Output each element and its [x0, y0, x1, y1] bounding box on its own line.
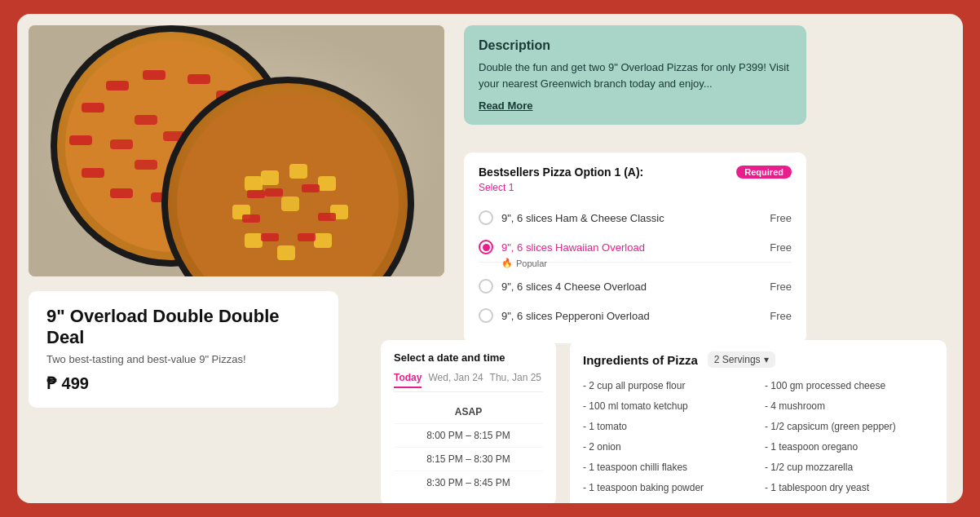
product-subtitle: Two best-tasting and best-value 9" Pizza…	[46, 353, 320, 365]
ingredient-10: 4 mushroom	[765, 398, 934, 414]
radio-label-4: 9", 6 slices Pepperoni Overload	[501, 310, 650, 322]
svg-rect-13	[110, 188, 133, 198]
svg-rect-5	[106, 81, 129, 91]
ingredient-6: 1 teaspoon baking powder	[583, 479, 752, 496]
ingredient-14: 1 tablespoon dry yeast	[765, 479, 934, 496]
svg-rect-35	[302, 184, 320, 192]
ingredients-grid: 2 cup all purpose flour 100 gm processed…	[583, 378, 934, 503]
svg-rect-40	[247, 190, 265, 198]
svg-rect-37	[298, 233, 316, 241]
option-price-4: Free	[770, 310, 792, 322]
tab-today[interactable]: Today	[394, 372, 422, 388]
ingredients-title: Ingredients of Pizza	[583, 353, 698, 367]
radio-label-1: 9", 6 slices Ham & Cheese Classic	[501, 212, 664, 224]
chevron-down-icon: ▾	[764, 354, 769, 365]
svg-rect-19	[135, 160, 157, 170]
option-wrapper-2: 9", 6 slices Hawaiian Overload Free 🔥 Po…	[479, 232, 792, 272]
svg-rect-33	[281, 197, 299, 211]
required-badge: Required	[736, 166, 792, 179]
radio-left-1: 9", 6 slices Ham & Cheese Classic	[479, 210, 664, 225]
datetime-card: Select a date and time Today Wed, Jan 24…	[381, 340, 556, 503]
ingredient-5: 1 teaspoon chilli flakes	[583, 459, 752, 475]
svg-rect-29	[277, 245, 295, 260]
svg-rect-25	[289, 164, 307, 179]
ingredient-7: 1 teaspoon sugar	[583, 500, 752, 503]
svg-rect-7	[188, 74, 210, 84]
svg-rect-39	[242, 214, 260, 223]
description-title: Description	[479, 38, 792, 53]
option-wrapper-3: 9", 6 slices 4 Cheese Overload Free	[479, 272, 792, 301]
description-text: Double the fun and get two 9" Overload P…	[479, 60, 792, 91]
tab-thu[interactable]: Thu, Jan 25	[490, 372, 541, 388]
option-wrapper-1: 9", 6 slices Ham & Cheese Classic Free	[479, 203, 792, 232]
ingredient-3: 1 tomato	[583, 418, 752, 435]
pizza-illustration	[29, 25, 444, 276]
product-title: 9" Overload Double Double Deal	[46, 306, 320, 348]
radio-option-3[interactable]: 9", 6 slices 4 Cheese Overload Free	[479, 272, 792, 301]
radio-label-2: 9", 6 slices Hawaiian Overload	[501, 241, 645, 254]
radio-circle-2[interactable]	[479, 240, 493, 254]
bestsellers-card: Bestsellers Pizza Option 1 (A): Required…	[464, 152, 806, 343]
svg-rect-34	[265, 188, 283, 197]
option-wrapper-4: 9", 6 slices Pepperoni Overload Free	[479, 301, 792, 330]
product-price: ₱ 499	[46, 373, 320, 393]
select-label: Select 1	[479, 182, 792, 193]
option-price-2: Free	[770, 241, 792, 254]
product-info-card: 9" Overload Double Double Deal Two best-…	[29, 291, 338, 408]
radio-left-4: 9", 6 slices Pepperoni Overload	[479, 308, 650, 323]
time-slot-3[interactable]: 8:30 PM – 8:45 PM	[394, 471, 543, 494]
ingredients-card: Ingredients of Pizza 2 Servings ▾ 2 cup …	[570, 340, 947, 503]
datetime-title: Select a date and time	[394, 351, 543, 364]
svg-rect-36	[318, 213, 336, 221]
svg-rect-26	[318, 176, 336, 191]
radio-left-2: 9", 6 slices Hawaiian Overload	[479, 240, 645, 254]
main-container: 9" Overload Double Double Deal Two best-…	[17, 14, 963, 503]
svg-rect-20	[110, 139, 133, 149]
pizza-image	[29, 25, 444, 276]
svg-rect-32	[245, 176, 263, 191]
svg-rect-38	[261, 233, 279, 241]
ingredient-13: 1/2 cup mozzarella	[765, 459, 934, 475]
svg-rect-15	[69, 135, 92, 145]
popular-tag-2: 🔥 Popular	[501, 258, 792, 268]
svg-rect-6	[143, 70, 166, 80]
bestsellers-header: Bestsellers Pizza Option 1 (A): Required	[479, 166, 792, 179]
radio-option-1[interactable]: 9", 6 slices Ham & Cheese Classic Free	[479, 203, 792, 232]
radio-circle-1[interactable]	[479, 210, 493, 225]
ingredient-4: 2 onion	[583, 439, 752, 455]
ingredient-9: 100 gm processed cheese	[765, 378, 934, 394]
svg-rect-30	[245, 233, 263, 248]
ingredients-header: Ingredients of Pizza 2 Servings ▾	[583, 351, 934, 368]
radio-option-4[interactable]: 9", 6 slices Pepperoni Overload Free	[479, 301, 792, 330]
time-slot-asap[interactable]: ASAP	[394, 400, 543, 424]
radio-circle-4[interactable]	[479, 308, 493, 323]
read-more-link[interactable]: Read More	[479, 99, 792, 112]
radio-left-3: 9", 6 slices 4 Cheese Overload	[479, 279, 647, 294]
svg-rect-17	[135, 115, 157, 125]
bestsellers-title: Bestsellers Pizza Option 1 (A):	[479, 166, 643, 179]
popular-label: Popular	[516, 258, 547, 268]
time-slot-1[interactable]: 8:00 PM – 8:15 PM	[394, 424, 543, 448]
servings-label: 2 Servings	[714, 354, 761, 365]
time-slot-2[interactable]: 8:15 PM – 8:30 PM	[394, 448, 543, 471]
servings-selector[interactable]: 2 Servings ▾	[708, 351, 775, 368]
option-price-3: Free	[770, 281, 792, 293]
radio-label-3: 9", 6 slices 4 Cheese Overload	[501, 281, 647, 293]
svg-rect-16	[82, 103, 104, 113]
svg-rect-14	[82, 168, 104, 178]
ingredient-11: 1/2 capsicum (green pepper)	[765, 418, 934, 435]
fire-icon: 🔥	[501, 258, 513, 268]
ingredient-2: 100 ml tomato ketchup	[583, 398, 752, 414]
option-price-1: Free	[770, 212, 792, 224]
datetime-tabs: Today Wed, Jan 24 Thu, Jan 25	[394, 372, 543, 392]
svg-rect-28	[314, 233, 332, 248]
svg-rect-24	[261, 170, 279, 185]
ingredient-12: 1 teaspoon oregano	[765, 439, 934, 455]
ingredient-1: 2 cup all purpose flour	[583, 378, 752, 394]
description-card: Description Double the fun and get two 9…	[464, 25, 806, 125]
ingredient-15: water as required	[765, 500, 934, 503]
tab-wed[interactable]: Wed, Jan 24	[428, 372, 483, 388]
radio-circle-3[interactable]	[479, 279, 493, 294]
